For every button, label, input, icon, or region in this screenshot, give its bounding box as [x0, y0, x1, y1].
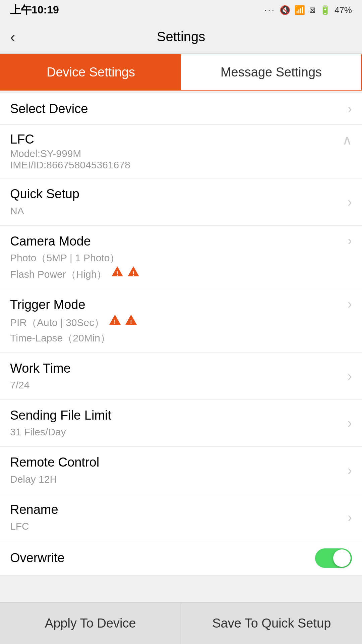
- chevron-right-icon: ›: [348, 369, 352, 384]
- overwrite-toggle-container: [315, 548, 352, 568]
- work-time-value: 7/24: [10, 378, 341, 392]
- trigger-mode-line1: PIR（Auto | 30Sec）: [10, 315, 341, 330]
- rename-value: LFC: [10, 519, 341, 533]
- tab-device-settings[interactable]: Device Settings: [1, 54, 181, 90]
- back-button[interactable]: ‹: [10, 28, 15, 46]
- trigger-mode-title: Trigger Mode: [10, 297, 341, 313]
- sending-file-limit-value: 31 Files/Day: [10, 425, 341, 439]
- remote-control-title: Remote Control: [10, 454, 341, 471]
- rename-item[interactable]: Rename LFC ›: [0, 494, 362, 541]
- trigger-mode-item[interactable]: Trigger Mode PIR（Auto | 30Sec） Time-Laps…: [0, 289, 362, 353]
- sending-file-limit-title: Sending File Limit: [10, 407, 341, 424]
- sim-icon: ⊠: [309, 5, 316, 15]
- device-name: LFC: [10, 132, 342, 147]
- select-device-title: Select Device: [10, 101, 341, 117]
- quick-setup-title: Quick Setup: [10, 186, 341, 202]
- camera-mode-item[interactable]: Camera Mode Photo（5MP | 1 Photo） Flash P…: [0, 226, 362, 289]
- remote-control-value: Delay 12H: [10, 472, 341, 486]
- warning-icon-1: [112, 266, 123, 278]
- warning-icon-2: [128, 266, 139, 278]
- select-device-item[interactable]: Select Device ›: [0, 93, 362, 125]
- mute-icon: 🔇: [280, 5, 290, 15]
- chevron-right-icon: ›: [348, 297, 352, 312]
- device-model: Model:SY-999M: [10, 148, 342, 159]
- rename-title: Rename: [10, 501, 341, 518]
- app-header: ‹ Settings: [0, 20, 362, 54]
- chevron-right-icon: ›: [348, 416, 352, 431]
- apply-to-device-button[interactable]: Apply To Device: [0, 603, 181, 644]
- work-time-item[interactable]: Work Time 7/24 ›: [0, 353, 362, 400]
- overwrite-item[interactable]: Overwrite: [0, 541, 362, 576]
- device-info-item[interactable]: LFC Model:SY-999M IMEI/ID:86675804536167…: [0, 125, 362, 178]
- status-time: 上午10:19: [10, 3, 59, 17]
- remote-control-item[interactable]: Remote Control Delay 12H ›: [0, 447, 362, 494]
- battery-icon: 🔋: [320, 5, 330, 15]
- tab-bar: Device Settings Message Settings: [0, 54, 362, 91]
- chevron-right-icon: ›: [348, 195, 352, 210]
- chevron-right-icon: ›: [348, 101, 352, 116]
- overwrite-title: Overwrite: [10, 550, 308, 566]
- status-bar: 上午10:19 ··· 🔇 📶 ⊠ 🔋 47%: [0, 0, 362, 20]
- chevron-up-icon: ∧: [342, 132, 352, 148]
- sending-file-limit-item[interactable]: Sending File Limit 31 Files/Day ›: [0, 400, 362, 447]
- camera-mode-title: Camera Mode: [10, 233, 341, 250]
- bottom-bar: Apply To Device Save To Quick Setup: [0, 602, 362, 644]
- wifi-icon: 📶: [294, 5, 305, 15]
- trigger-mode-line2: Time-Lapse（20Min）: [10, 331, 341, 345]
- camera-mode-line2: Flash Power（High）: [10, 266, 341, 281]
- chevron-right-icon: ›: [348, 463, 352, 478]
- dots-icon: ···: [264, 5, 276, 15]
- device-imei: IMEI/ID:866758045361678: [10, 159, 342, 171]
- status-icons: ··· 🔇 📶 ⊠ 🔋 47%: [264, 5, 352, 15]
- save-to-quick-setup-button[interactable]: Save To Quick Setup: [181, 603, 362, 644]
- battery-text: 47%: [335, 5, 352, 15]
- chevron-right-icon: ›: [348, 233, 352, 248]
- header-title: Settings: [157, 29, 205, 44]
- settings-list: Select Device › LFC Model:SY-999M IMEI/I…: [0, 93, 362, 576]
- overwrite-toggle[interactable]: [315, 548, 352, 568]
- chevron-right-icon: ›: [348, 510, 352, 525]
- quick-setup-value: NA: [10, 204, 341, 218]
- toggle-knob: [333, 549, 351, 567]
- camera-mode-line1: Photo（5MP | 1 Photo）: [10, 251, 341, 265]
- warning-icon-4: [125, 315, 137, 326]
- quick-setup-item[interactable]: Quick Setup NA ›: [0, 178, 362, 225]
- tab-message-settings[interactable]: Message Settings: [181, 54, 361, 90]
- warning-icon-3: [109, 315, 121, 326]
- work-time-title: Work Time: [10, 360, 341, 377]
